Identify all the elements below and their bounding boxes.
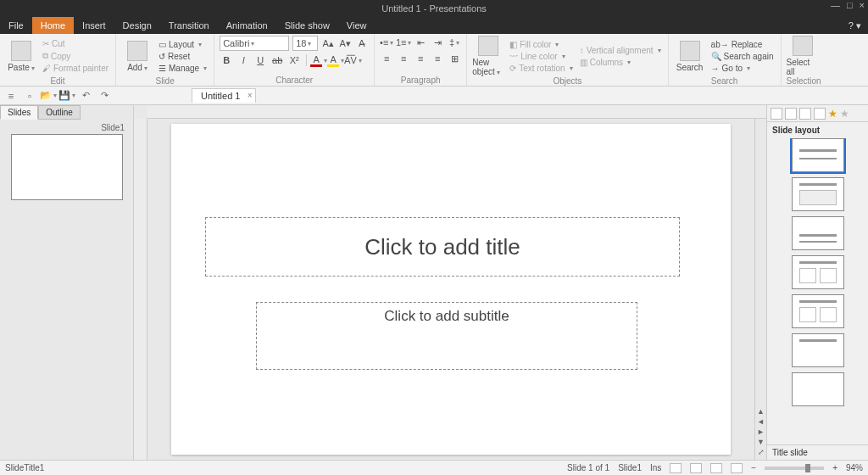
qat-save-icon[interactable]: 💾	[59, 88, 75, 103]
vertical-align-button[interactable]: ↕ Vertical alignment	[578, 45, 663, 56]
qat-new-icon[interactable]: ▫	[22, 88, 37, 103]
layout-thumb-title-content[interactable]	[792, 177, 844, 211]
text-rotation-button[interactable]: ⟳ Text rotation	[508, 63, 574, 74]
line-color-button[interactable]: 〰 Line color	[508, 51, 574, 62]
clear-format-button[interactable]: A̶	[355, 36, 369, 50]
status-bar: SlideTitle1 Slide 1 of 1 Slide1 Ins − + …	[0, 460, 868, 475]
slide-reset-button[interactable]: ↺ Reset	[157, 51, 209, 62]
star-outline-icon[interactable]: ★	[840, 108, 849, 120]
title-placeholder[interactable]: Click to add title	[205, 217, 680, 277]
qat-open-icon[interactable]: 📂	[41, 88, 56, 103]
layout-tab-icon-4[interactable]	[814, 108, 826, 120]
bullets-button[interactable]: •≡	[380, 36, 393, 49]
layout-thumb-two-content[interactable]	[792, 255, 844, 289]
layout-tab-icon-3[interactable]	[799, 108, 811, 120]
slide-manage-button[interactable]: ☰ Manage	[157, 63, 209, 74]
slide-thumbnail-1[interactable]	[11, 134, 123, 200]
layout-thumb-section-header[interactable]	[792, 216, 844, 250]
highlight-color-button[interactable]: A	[329, 53, 342, 67]
vertical-ruler[interactable]	[134, 119, 147, 460]
search-button[interactable]: Search	[674, 36, 706, 76]
scroll-down-icon[interactable]: ▼	[757, 438, 765, 446]
window-close-button[interactable]: ×	[860, 0, 865, 10]
menu-insert[interactable]: Insert	[74, 17, 114, 34]
qat-redo-icon[interactable]: ↷	[97, 88, 112, 103]
format-painter-button[interactable]: 🖌 Format painter	[41, 63, 110, 74]
underline-button[interactable]: U	[253, 53, 267, 67]
grow-font-button[interactable]: A▴	[321, 36, 335, 50]
layout-panel-title: Slide layout	[767, 122, 868, 138]
document-tab[interactable]: Untitled 1 ×	[192, 88, 256, 103]
zoom-in-button[interactable]: +	[832, 463, 837, 472]
qat-undo-icon[interactable]: ↶	[78, 88, 93, 103]
replace-button[interactable]: ab→ Replace	[709, 39, 776, 50]
tab-slides[interactable]: Slides	[0, 105, 38, 120]
menu-slideshow[interactable]: Slide show	[276, 17, 338, 34]
font-size-select[interactable]: 18	[292, 36, 318, 51]
line-spacing-button[interactable]: ‡	[448, 36, 461, 49]
strike-button[interactable]: ab	[270, 53, 284, 67]
superscript-button[interactable]: X²	[287, 53, 301, 67]
menu-help[interactable]: ? ▾	[842, 17, 868, 34]
layout-thumb-blank[interactable]	[792, 372, 844, 406]
layout-tab-icon-1[interactable]	[771, 108, 782, 120]
menu-animation[interactable]: Animation	[218, 17, 276, 34]
align-right-button[interactable]: ≡	[414, 52, 427, 65]
zoom-level[interactable]: 94%	[846, 463, 863, 472]
scroll-prev-icon[interactable]: ◄	[757, 417, 765, 426]
menu-home[interactable]: Home	[32, 17, 74, 34]
window-min-button[interactable]: —	[831, 0, 840, 10]
align-left-button[interactable]: ≡	[380, 52, 393, 65]
document-tab-close-icon[interactable]: ×	[248, 91, 253, 100]
copy-button[interactable]: ⧉ Copy	[41, 50, 110, 62]
search-again-button[interactable]: 🔍 Search again	[709, 51, 776, 62]
editor-scrollbar[interactable]: ▲ ◄ ► ▼ ⤢	[754, 119, 766, 460]
layout-thumb-comparison[interactable]	[792, 294, 844, 328]
new-object-button[interactable]: New object	[472, 36, 504, 76]
scroll-up-icon[interactable]: ▲	[757, 407, 765, 416]
paste-button[interactable]: Paste	[5, 36, 37, 76]
cut-button[interactable]: ✂ Cut	[41, 38, 110, 49]
add-slide-button[interactable]: Add	[121, 36, 153, 76]
font-name-select[interactable]: Calibri	[220, 36, 289, 51]
font-color-button[interactable]: A	[312, 53, 326, 67]
numbering-button[interactable]: 1≡	[397, 36, 410, 49]
zoom-out-button[interactable]: −	[751, 463, 756, 472]
layout-tab-icon-2[interactable]	[785, 108, 797, 120]
window-max-button[interactable]: □	[847, 0, 853, 10]
bold-button[interactable]: B	[220, 53, 233, 67]
status-view-sorter-icon[interactable]	[710, 463, 722, 473]
shrink-font-button[interactable]: A▾	[338, 36, 352, 50]
select-all-button[interactable]: Select all	[787, 36, 819, 76]
slide-layout-button[interactable]: ▭ Layout	[157, 39, 209, 50]
menu-file[interactable]: File	[0, 17, 32, 34]
status-view-show-icon[interactable]	[731, 463, 743, 473]
tabs-button[interactable]: ⊞	[448, 52, 461, 65]
layout-thumb-title-slide[interactable]	[792, 138, 844, 172]
slide-canvas[interactable]: Click to add title Click to add subtitle	[171, 124, 731, 455]
italic-button[interactable]: I	[236, 53, 250, 67]
indent-button[interactable]: ⇥	[431, 36, 444, 49]
menu-view[interactable]: View	[338, 17, 376, 34]
star-icon[interactable]: ★	[828, 108, 837, 120]
document-tab-label: Untitled 1	[201, 91, 240, 101]
tab-outline[interactable]: Outline	[38, 105, 81, 120]
horizontal-ruler[interactable]	[147, 105, 766, 119]
subtitle-placeholder[interactable]: Click to add subtitle	[256, 302, 637, 370]
zoom-slider[interactable]	[765, 467, 824, 470]
menu-design[interactable]: Design	[114, 17, 160, 34]
goto-button[interactable]: → Go to	[709, 63, 776, 74]
fill-color-button[interactable]: ◧ Fill color	[508, 39, 574, 50]
status-view-outline-icon[interactable]	[690, 463, 702, 473]
scroll-next-icon[interactable]: ►	[757, 428, 765, 436]
qat-bullets-icon[interactable]: ≡	[3, 88, 19, 103]
zoom-fit-icon[interactable]: ⤢	[758, 448, 765, 456]
align-center-button[interactable]: ≡	[397, 52, 410, 65]
char-spacing-button[interactable]: A͞V	[346, 53, 359, 67]
status-view-normal-icon[interactable]	[670, 463, 682, 473]
menu-transition[interactable]: Transition	[160, 17, 218, 34]
align-justify-button[interactable]: ≡	[431, 52, 444, 65]
layout-thumb-title-only[interactable]	[792, 333, 844, 367]
columns-button[interactable]: ▥ Columns	[578, 57, 663, 68]
outdent-button[interactable]: ⇤	[414, 36, 427, 49]
